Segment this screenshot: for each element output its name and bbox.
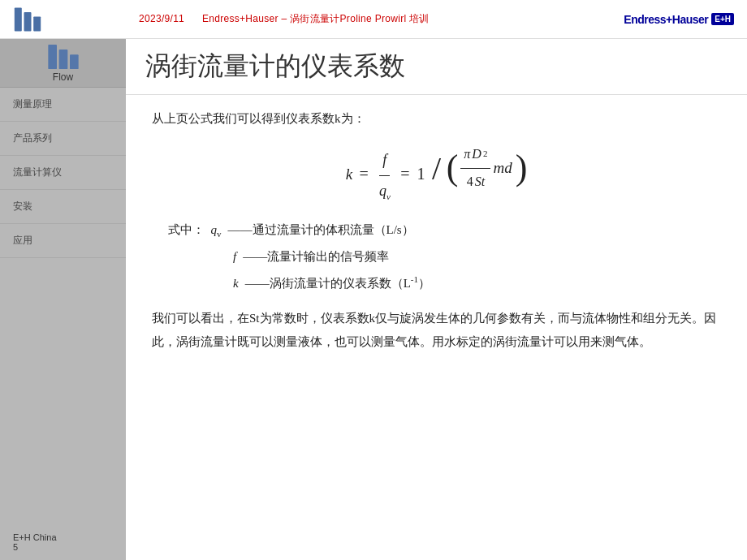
formula-one: 1: [417, 165, 425, 183]
footer-company: E+H China: [13, 532, 113, 542]
svg-rect-5: [70, 54, 79, 69]
header: 2023/9/11 Endress+Hauser – 涡街流量计Proline …: [0, 0, 747, 39]
header-meta: 2023/9/11 Endress+Hauser – 涡街流量计Proline …: [139, 12, 624, 26]
sidebar-item-products[interactable]: 产品系列: [0, 122, 126, 156]
sidebar-flow-label: Flow: [53, 71, 73, 83]
company-badge: E+H: [711, 13, 734, 25]
svg-rect-3: [48, 44, 57, 68]
desc-intro-label: 式中： qv: [168, 218, 222, 243]
svg-rect-4: [58, 50, 67, 69]
formula-paren-expr: ( πD2 4St md ): [447, 143, 528, 194]
formula-fraction-fqv: f qv: [376, 147, 394, 205]
right-paren: ): [516, 150, 528, 186]
desc-line-2: f ——流量计输出的信号频率: [233, 244, 721, 269]
paragraph-block: 我们可以看出，在St为常数时，仪表系数k仅与旋涡发生体的几何参数有关，而与流体物…: [152, 307, 721, 353]
formula-md: md: [493, 154, 512, 182]
company-name: Endress+Hauser: [624, 13, 708, 26]
intro-text: 从上页公式我们可以得到仪表系数k为：: [152, 108, 721, 130]
desc3-var: k: [233, 271, 239, 295]
header-logo-area: [13, 5, 139, 34]
flow-logo-icon: [13, 5, 42, 34]
page-title: 涡街流量计的仪表系数: [126, 39, 747, 95]
formula-equals2: =: [400, 165, 413, 183]
formula-inner: πD2 4St: [460, 143, 490, 194]
desc-block: 式中： qv ——通过流量计的体积流量（L/s） f ——流量计输出的信号频率 …: [168, 218, 721, 295]
eh-logo: Endress+Hauser E+H: [624, 13, 734, 26]
desc3-text: ——涡街流量计的仪表系数（L-1）: [245, 270, 430, 295]
desc1-text: ——通过流量计的体积流量（L/s）: [228, 218, 414, 242]
left-paren: (: [447, 150, 459, 186]
header-date: 2023/9/11: [139, 13, 184, 24]
sidebar: Flow 测量原理 产品系列 流量计算仪 安装 应用 E+H China 5: [0, 39, 126, 560]
formula-k: k: [346, 166, 352, 183]
sidebar-footer: E+H China 5: [0, 524, 126, 560]
sidebar-item-install[interactable]: 安装: [0, 190, 126, 224]
footer-page: 5: [13, 542, 113, 552]
header-title: Endress+Hauser – 涡街流量计Proline Prowirl 培训: [202, 13, 430, 24]
svg-rect-1: [24, 12, 32, 31]
sidebar-item-calculator[interactable]: 流量计算仪: [0, 156, 126, 190]
formula-slash: /: [432, 150, 441, 187]
sidebar-item-apply[interactable]: 应用: [0, 224, 126, 258]
content-area: 涡街流量计的仪表系数 从上页公式我们可以得到仪表系数k为： k = f qv =…: [126, 39, 747, 560]
paren-num: πD2: [460, 143, 490, 169]
content-body: 从上页公式我们可以得到仪表系数k为： k = f qv = 1 / (: [126, 95, 747, 366]
desc2-var: f: [233, 244, 236, 269]
fraction-numerator: f: [379, 147, 390, 175]
svg-rect-0: [15, 7, 22, 31]
sidebar-flow-icon: [47, 44, 80, 70]
desc-line-1: 式中： qv ——通过流量计的体积流量（L/s）: [168, 218, 721, 243]
sidebar-nav: 测量原理 产品系列 流量计算仪 安装 应用: [0, 88, 126, 524]
fraction-denominator: qv: [376, 176, 394, 205]
formula-equals: =: [360, 165, 373, 183]
desc-line-3: k ——涡街流量计的仪表系数（L-1）: [233, 270, 721, 295]
main-layout: Flow 测量原理 产品系列 流量计算仪 安装 应用 E+H China 5: [0, 39, 747, 560]
desc2-text: ——流量计输出的信号频率: [243, 244, 389, 269]
formula-area: k = f qv = 1 / ( πD2: [152, 140, 721, 205]
svg-rect-2: [33, 16, 41, 31]
sidebar-item-measurement[interactable]: 测量原理: [0, 88, 126, 122]
paren-den: 4St: [464, 169, 488, 194]
sidebar-logo-area: Flow: [0, 39, 126, 88]
